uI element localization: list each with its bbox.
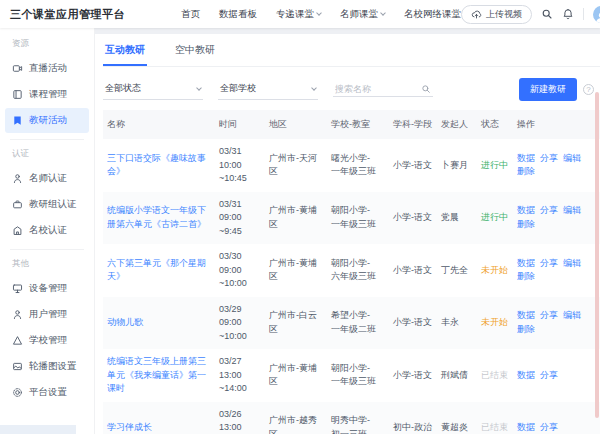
sidebar-item-device-management[interactable]: 设备管理: [5, 276, 89, 301]
sidebar-item-label: 用户管理: [29, 308, 67, 321]
upload-video-button[interactable]: 上传视频: [461, 5, 532, 24]
session-name-link[interactable]: 学习伴成长: [107, 421, 211, 434]
status-badge: 进行中: [481, 212, 508, 222]
avatar[interactable]: [593, 6, 600, 23]
nav-label: 首页: [181, 8, 200, 21]
session-initiator: 黄超炎: [437, 402, 477, 434]
session-initiator: 卜赛月: [437, 139, 477, 192]
search-icon[interactable]: [421, 84, 431, 94]
top-bar: 三个课堂应用管理平台 首页 数据看板 专递课堂 名师课堂 名校网络课堂 上传视频: [0, 0, 600, 28]
sidebar-item-teacher-certification[interactable]: 名师认证: [5, 166, 89, 191]
nav-school-network-classroom[interactable]: 名校网络课堂: [404, 8, 461, 21]
col-region: 地区: [265, 110, 327, 139]
session-name-link[interactable]: 六下第三单元《那个星期天》: [107, 257, 211, 284]
session-name-link[interactable]: 三下口语交际《趣味故事会》: [107, 152, 211, 179]
action-share[interactable]: 分享: [540, 153, 558, 163]
action-share[interactable]: 分享: [540, 310, 558, 320]
sidebar-item-label: 课程管理: [29, 88, 67, 101]
sidebar-item-research-activity[interactable]: 教研活动: [5, 108, 89, 133]
search-field: [333, 83, 433, 97]
action-edit[interactable]: 编辑: [563, 310, 581, 320]
action-data[interactable]: 数据: [517, 258, 535, 268]
nav-teacher-classroom[interactable]: 名师课堂: [340, 8, 385, 21]
action-share[interactable]: 分享: [540, 422, 558, 432]
sidebar-item-live-activity[interactable]: 直播活动: [5, 56, 89, 81]
top-nav: 首页 数据看板 专递课堂 名师课堂 名校网络课堂: [181, 8, 461, 21]
session-subject: 初中-政治: [389, 402, 437, 434]
table-row: 统编版小学语文一年级下册第六单元《古诗二首》 03/31 09:00 ~9:45…: [103, 192, 600, 245]
action-delete[interactable]: 删除: [517, 324, 535, 334]
session-region: 广州市-天河区: [265, 139, 327, 192]
nav-label: 名师课堂: [340, 8, 378, 21]
research-table: 名称 时间 地区 学校-教室 学科-学段 发起人 状态 操作 三下口语交际《趣味…: [103, 110, 600, 434]
sidebar-item-label: 教研活动: [29, 114, 67, 127]
help-icon[interactable]: ?: [583, 84, 594, 95]
session-school: 朝阳小学- 六年级三班: [327, 244, 389, 297]
action-data[interactable]: 数据: [517, 422, 535, 432]
action-share[interactable]: 分享: [540, 258, 558, 268]
session-subject: 小学-语文: [389, 139, 437, 192]
session-region: 广州市-黄埔区: [265, 192, 327, 245]
course-icon: [12, 89, 23, 100]
bell-icon[interactable]: [562, 8, 574, 20]
action-share[interactable]: 分享: [540, 205, 558, 215]
sidebar-item-label: 直播活动: [29, 62, 67, 75]
col-status: 状态: [477, 110, 513, 139]
chevron-down-icon: [316, 10, 322, 16]
school-filter-select[interactable]: 全部学校: [218, 79, 318, 100]
session-subject: 小学-语文: [389, 244, 437, 297]
col-initiator: 发起人: [437, 110, 477, 139]
action-delete[interactable]: 删除: [517, 271, 535, 281]
divider: [10, 249, 84, 250]
divider: [583, 8, 584, 20]
sidebar-item-platform-settings[interactable]: 平台设置: [5, 380, 89, 405]
sidebar-section-other: 其他: [0, 252, 94, 275]
action-data[interactable]: 数据: [517, 205, 535, 215]
table-row: 动物儿歌 03/29 09:00 ~10:00 广州市-白云区 希望小学- 一年…: [103, 297, 600, 350]
session-region: 广州市-白云区: [265, 297, 327, 350]
search-input[interactable]: [335, 84, 413, 94]
nav-dashboard[interactable]: 数据看板: [219, 8, 257, 21]
col-subject-stage: 学科-学段: [389, 110, 437, 139]
content-card: 互动教研 空中教研 全部状态 全部学校 新建教研 ?: [95, 34, 600, 434]
sidebar-footer: [0, 425, 76, 434]
sidebar-item-school-management[interactable]: 学校管理: [5, 328, 89, 353]
col-school-class: 学校-教室: [327, 110, 389, 139]
sidebar-item-carousel-settings[interactable]: 轮播图设置: [5, 354, 89, 379]
sidebar-item-course-management[interactable]: 课程管理: [5, 82, 89, 107]
new-research-button[interactable]: 新建教研: [519, 78, 577, 101]
session-time: 03/29 09:00 ~10:00: [215, 297, 265, 350]
action-edit[interactable]: 编辑: [563, 258, 581, 268]
sidebar-item-user-management[interactable]: 用户管理: [5, 302, 89, 327]
session-name-link[interactable]: 统编语文三年级上册第三单元《我来编童话》第一课时: [107, 355, 211, 396]
action-data[interactable]: 数据: [517, 310, 535, 320]
sidebar-item-school-certification[interactable]: 名校认证: [5, 218, 89, 243]
group-cert-icon: [12, 199, 23, 210]
sidebar-item-label: 名校认证: [29, 224, 67, 237]
sidebar-item-label: 轮播图设置: [29, 360, 77, 373]
status-badge: 未开始: [481, 265, 508, 275]
action-share[interactable]: 分享: [540, 370, 558, 380]
top-bar-actions: 上传视频: [461, 5, 600, 24]
action-data[interactable]: 数据: [517, 153, 535, 163]
status-badge: 已结束: [481, 422, 508, 432]
research-icon: [12, 115, 23, 126]
action-delete[interactable]: 删除: [517, 166, 535, 176]
nav-delivery-classroom[interactable]: 专递课堂: [276, 8, 321, 21]
sidebar-item-research-group-certification[interactable]: 教研组认证: [5, 192, 89, 217]
action-edit[interactable]: 编辑: [563, 205, 581, 215]
action-data[interactable]: 数据: [517, 370, 535, 380]
action-delete[interactable]: 删除: [517, 219, 535, 229]
tab-interactive-research[interactable]: 互动教研: [103, 43, 147, 66]
tab-air-research[interactable]: 空中教研: [173, 43, 217, 66]
session-name-link[interactable]: 统编版小学语文一年级下册第六单元《古诗二首》: [107, 204, 211, 231]
scrollbar[interactable]: [595, 92, 599, 418]
main-area: 互动教研 空中教研 全部状态 全部学校 新建教研 ?: [95, 28, 600, 434]
status-filter-select[interactable]: 全部状态: [103, 79, 203, 100]
session-school: 朝阳小学- 一年级三班: [327, 349, 389, 402]
session-name-link[interactable]: 动物儿歌: [107, 316, 211, 330]
action-edit[interactable]: 编辑: [563, 153, 581, 163]
nav-home[interactable]: 首页: [181, 8, 200, 21]
sidebar-item-label: 名师认证: [29, 172, 67, 185]
search-icon[interactable]: [541, 8, 553, 20]
